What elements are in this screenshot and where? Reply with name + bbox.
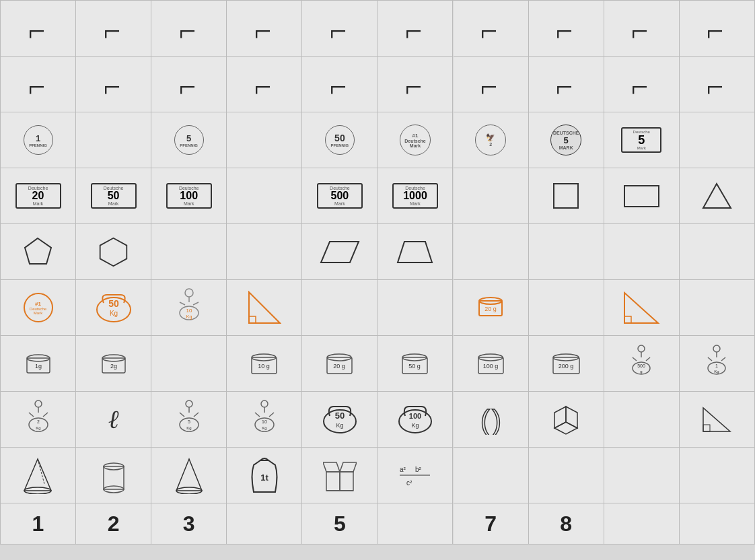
cell-weight-100g: 100 g: [454, 336, 529, 392]
svg-text:2: 2: [37, 419, 40, 424]
cell-r5-c9-empty: [604, 224, 680, 280]
svg-text:⌐: ⌐: [707, 70, 723, 103]
cell-weight-200g: 200 g: [529, 336, 604, 392]
cell-weight-2kg-pin: 2 Kg: [1, 392, 76, 448]
cell-r3-c2-empty: [76, 112, 151, 168]
cell-r2-c8: ⌐: [529, 57, 604, 112]
svg-rect-20: [554, 184, 578, 208]
cell-r1-c9: ⌐: [604, 1, 680, 57]
svg-marker-126: [340, 462, 357, 472]
num-8: 8: [529, 503, 604, 544]
cell-liter-symbol: ℓ: [76, 392, 151, 448]
svg-text:100: 100: [409, 412, 421, 420]
svg-text:100 g: 100 g: [482, 363, 498, 370]
cell-coin-5pfennig: 5 PFENNIG: [151, 112, 227, 168]
cell-r5-c3-empty: [151, 224, 227, 280]
cell-weight-1t-bag: 1t: [227, 448, 302, 503]
cell-note-500mark: Deutsche 500 Mark: [302, 168, 378, 224]
svg-text:1t: 1t: [260, 473, 268, 483]
svg-text:⌐: ⌐: [104, 70, 120, 103]
cell-r3-c4-empty: [227, 112, 302, 168]
svg-text:⌐: ⌐: [104, 14, 120, 47]
cell-weight-500g-pin: 500 g: [604, 336, 680, 392]
svg-text:⌐: ⌐: [556, 70, 573, 103]
cell-weight-10kg-pin: 10 Kg: [151, 280, 227, 336]
cell-note-1000mark: Deutsche 1000 Mark: [378, 168, 453, 224]
svg-text:1: 1: [715, 363, 718, 368]
svg-text:c²: c²: [406, 479, 412, 487]
cell-r9-c7-empty: [454, 448, 529, 503]
svg-marker-25: [321, 242, 359, 262]
num-1: 1: [1, 503, 76, 544]
cell-weight-10kg-pin2: 10 Kg: [227, 392, 302, 448]
cell-r1-c6: ⌐: [378, 1, 453, 57]
cell-weight-100kg-bag: 100 Kg: [378, 392, 453, 448]
cell-r4-c4-empty: [227, 168, 302, 224]
cell-open-box: [302, 448, 378, 503]
cell-r5-c7-empty: [454, 224, 529, 280]
svg-text:⌐: ⌐: [330, 70, 347, 103]
svg-text:⌐: ⌐: [707, 14, 723, 47]
cell-weight-10g: 10 g: [227, 336, 302, 392]
svg-point-79: [35, 400, 42, 407]
svg-marker-37: [249, 292, 280, 323]
cell-r6-c6-empty: [378, 280, 453, 336]
svg-line-75: [708, 357, 712, 361]
cell-r1-c10: ⌐: [680, 1, 755, 57]
svg-marker-42: [624, 293, 658, 323]
cell-weight-1g: 1g: [1, 336, 76, 392]
cell-square: [529, 168, 604, 224]
num-9: [604, 503, 680, 544]
number-row: 1 2 3 5 7 8: [0, 503, 755, 545]
svg-text:⌐: ⌐: [330, 14, 347, 47]
cell-r5-c10-empty: [680, 224, 755, 280]
svg-text:b²: b²: [415, 466, 422, 473]
cell-weight-1kg-pin: 1 Kg: [680, 336, 755, 392]
svg-text:20 g: 20 g: [484, 306, 497, 312]
svg-rect-112: [703, 425, 710, 431]
cell-pyramid: [1, 448, 76, 503]
cell-right-triangle-large-orange: [604, 280, 680, 336]
cell-coin-1pfennig: 1 PFENNIG: [1, 112, 76, 168]
svg-text:10 g: 10 g: [258, 363, 271, 370]
svg-line-83: [43, 413, 48, 417]
cell-coin-1dm: #1 Deutsche Mark: [378, 112, 453, 168]
svg-text:): ): [492, 405, 501, 435]
svg-text:⌐: ⌐: [28, 70, 45, 103]
cell-r8-c9-empty: [604, 392, 680, 448]
cell-coin-1dm-orange: #1 Deutsche Mark: [1, 280, 76, 336]
cell-coin-2dm: 🦅 2: [454, 112, 529, 168]
cell-r2-c3: ⌐: [151, 57, 227, 112]
svg-marker-26: [398, 242, 432, 262]
svg-point-30: [185, 289, 193, 297]
cell-math-formula: a² b² c²: [378, 448, 453, 503]
svg-marker-119: [176, 459, 202, 491]
svg-text:20 g: 20 g: [334, 363, 346, 370]
svg-point-86: [186, 400, 192, 407]
cell-coin-50pfennig: 50 PFENNIG: [302, 112, 378, 168]
cell-r2-c1: ⌐: [1, 57, 76, 112]
cell-r2-c7: ⌐: [454, 57, 529, 112]
cell-cylinder: [76, 448, 151, 503]
svg-text:Kg: Kg: [186, 314, 192, 320]
num-4: [227, 503, 302, 544]
cell-right-triangle-orange: [227, 280, 302, 336]
cell-right-triangle-small: [680, 392, 755, 448]
cell-coin-5dm: DEUTSCHE 5 MARK: [529, 112, 604, 168]
cell-r1-c8: ⌐: [529, 1, 604, 57]
svg-marker-110: [554, 422, 577, 434]
svg-text:Kg: Kg: [186, 426, 191, 430]
svg-text:10: 10: [186, 308, 192, 314]
cell-parentheses: ( ): [454, 392, 529, 448]
svg-text:⌐: ⌐: [254, 70, 271, 103]
svg-text:1g: 1g: [34, 363, 41, 370]
cell-r9-c10-empty: [680, 448, 755, 503]
main-grid: ⌐ ⌐ ⌐ ⌐ ⌐ ⌐ ⌐ ⌐ ⌐ ⌐ ⌐ ⌐ ⌐ ⌐ ⌐ ⌐ ⌐: [0, 0, 755, 503]
svg-text:50: 50: [335, 411, 345, 421]
cell-r1-c7: ⌐: [454, 1, 529, 57]
svg-text:a²: a²: [400, 466, 406, 473]
cell-r6-c10-empty: [680, 280, 755, 336]
svg-point-65: [638, 345, 645, 352]
cell-weight-2g: 2g: [76, 336, 151, 392]
cell-r2-c4: ⌐: [227, 57, 302, 112]
